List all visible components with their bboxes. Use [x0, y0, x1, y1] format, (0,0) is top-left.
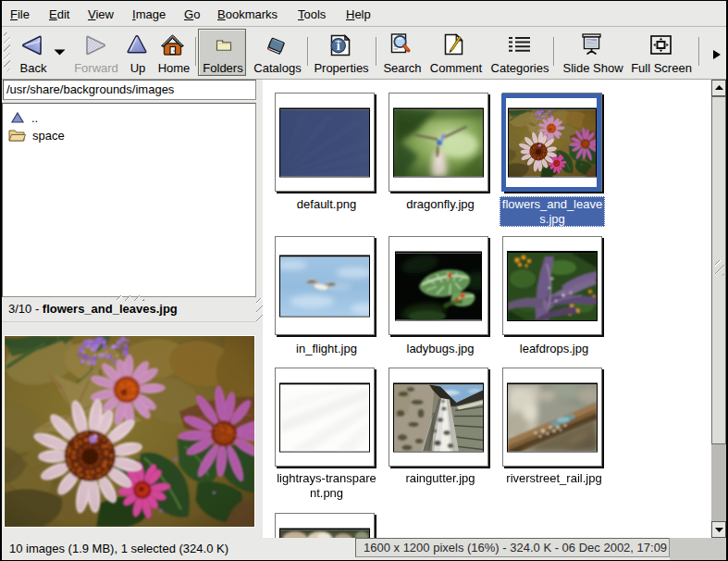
svg-text:i: i	[337, 39, 340, 53]
